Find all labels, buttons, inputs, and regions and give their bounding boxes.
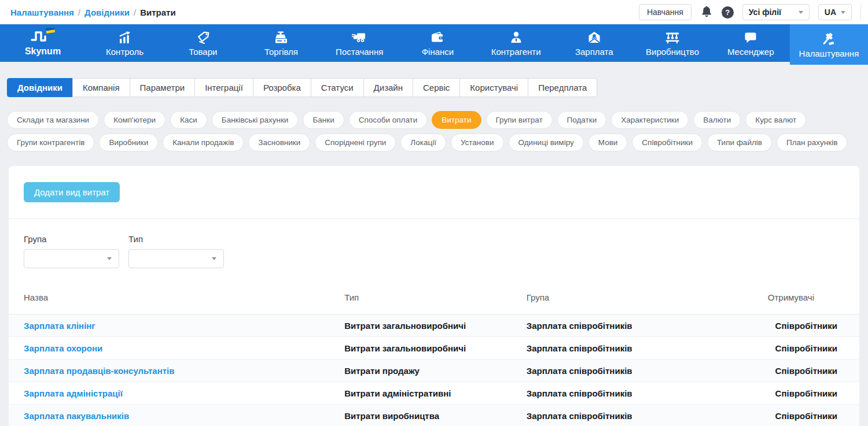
expense-link[interactable]: Зарплата охорони <box>24 343 102 353</box>
pill-taxes[interactable]: Податки <box>557 111 607 129</box>
pill-institutions[interactable]: Установи <box>451 134 504 151</box>
tab-subscription[interactable]: Передплата <box>528 78 597 97</box>
main-navbar: Skynum Контроль Товари Торгівля Постачан… <box>0 24 868 62</box>
pill-file-types[interactable]: Типи файлів <box>707 134 772 151</box>
directory-pills-row-2: Групи контрагентів Виробники Канали прод… <box>7 134 861 151</box>
tab-statuses[interactable]: Статуси <box>311 78 364 97</box>
expense-group-cell: Зарплата співробітників <box>512 405 707 426</box>
pill-expenses[interactable]: Витрати <box>432 111 481 129</box>
person-icon <box>509 29 523 45</box>
expense-type-cell: Витрати адміністративні <box>329 382 512 405</box>
tab-service[interactable]: Сервіс <box>413 78 460 97</box>
tab-parameters[interactable]: Параметри <box>130 78 196 97</box>
nav-item-settings[interactable]: Налаштування <box>790 24 868 65</box>
nav-item-control[interactable]: Контроль <box>86 24 164 62</box>
add-expense-type-button[interactable]: Додати вид витрат <box>24 182 120 202</box>
table-row: Зарплата охорони Витрати загальновиробни… <box>9 337 859 360</box>
expense-link[interactable]: Зарплата продавців-консультантів <box>24 366 175 376</box>
tab-users[interactable]: Користувачі <box>459 78 528 97</box>
column-header-recipients: Отримувачі <box>707 286 859 314</box>
expense-link[interactable]: Зарплата пакувальників <box>24 411 129 421</box>
column-header-type: Тип <box>329 286 512 314</box>
pill-related-groups[interactable]: Споріднені групи <box>315 134 396 151</box>
topbar-divider <box>860 4 861 20</box>
table-row: Зарплата адміністрації Витрати адміністр… <box>9 382 859 405</box>
ukraine-flag-icon <box>46 28 55 34</box>
expense-type-cell: Витрати продажу <box>329 360 512 382</box>
pill-languages[interactable]: Мови <box>589 134 628 151</box>
nav-item-goods[interactable]: Товари <box>164 24 242 62</box>
tab-directories[interactable]: Довідники <box>7 78 73 97</box>
expense-type-cell: Витрати виробництва <box>329 405 512 426</box>
expense-link[interactable]: Зарплата адміністрації <box>24 388 123 398</box>
brand-name: Skynum <box>25 46 61 57</box>
expense-recipients-cell: Співробітники <box>707 405 859 426</box>
bell-icon[interactable] <box>700 6 713 18</box>
nav-item-messenger[interactable]: Месенджер <box>712 24 790 62</box>
breadcrumb: Налаштування / Довідники / Витрати <box>10 8 176 17</box>
pill-characteristics[interactable]: Характеристики <box>611 111 689 129</box>
expense-recipients-cell: Співробітники <box>707 337 859 360</box>
pill-contractor-groups[interactable]: Групи контрагентів <box>7 134 94 151</box>
pill-banks[interactable]: Банки <box>303 111 344 129</box>
pill-cash-registers[interactable]: Каси <box>170 111 207 129</box>
table-row: Зарплата пакувальників Витрати виробницт… <box>9 405 859 426</box>
expense-recipients-cell: Співробітники <box>707 382 859 405</box>
pill-currencies[interactable]: Валюти <box>693 111 741 129</box>
tab-development[interactable]: Розробка <box>253 78 311 97</box>
filters: Група Тип <box>9 219 859 268</box>
pill-employees[interactable]: Співробітники <box>632 134 703 151</box>
brand-logo[interactable]: Skynum <box>0 24 86 62</box>
tab-integrations[interactable]: Інтеграції <box>194 78 253 97</box>
settings-tabs: Довідники Компанія Параметри Інтеграції … <box>7 78 868 97</box>
pill-warehouses[interactable]: Склади та магазини <box>7 111 99 129</box>
nav-item-salary[interactable]: Зарплата <box>555 24 633 62</box>
nav-item-contractors[interactable]: Контрагенти <box>477 24 555 62</box>
expense-recipients-cell: Співробітники <box>707 314 859 337</box>
production-line-icon <box>665 29 680 45</box>
expense-link[interactable]: Зарплата клінінг <box>24 321 95 331</box>
breadcrumb-link-settings[interactable]: Налаштування <box>10 8 74 17</box>
training-button[interactable]: Навчання <box>639 4 692 20</box>
chevron-down-icon <box>841 11 845 14</box>
nav-item-production[interactable]: Виробництво <box>633 24 711 62</box>
salary-envelope-icon <box>587 29 601 45</box>
help-icon[interactable]: ? <box>722 6 734 18</box>
nav-item-supply[interactable]: Постачання <box>321 24 399 62</box>
nav-item-finance[interactable]: Фінанси <box>399 24 477 62</box>
pill-locations[interactable]: Локації <box>400 134 446 151</box>
pill-computers[interactable]: Комп'ютери <box>104 111 165 129</box>
group-filter-select[interactable] <box>24 249 119 268</box>
expenses-table: Назва Тип Група Отримувачі Зарплата клін… <box>9 286 859 426</box>
language-select[interactable]: UA <box>818 4 852 20</box>
chevron-down-icon <box>799 11 803 14</box>
table-row: Зарплата продавців-консультантів Витрати… <box>9 360 859 382</box>
type-filter-select[interactable] <box>128 249 224 268</box>
price-tag-icon <box>196 29 210 45</box>
pill-exchange-rates[interactable]: Курс валют <box>745 111 806 129</box>
type-filter-label: Тип <box>128 234 224 244</box>
tab-design[interactable]: Дизайн <box>363 78 413 97</box>
pill-units-of-measure[interactable]: Одиниці виміру <box>509 134 584 151</box>
pill-sales-channels[interactable]: Канали продажів <box>163 134 244 151</box>
expense-recipients-cell: Співробітники <box>707 360 859 382</box>
tab-company[interactable]: Компанія <box>72 78 130 97</box>
delivery-truck-icon <box>352 29 367 45</box>
pill-manufacturers[interactable]: Виробники <box>99 134 158 151</box>
nav-item-trade[interactable]: Торгівля <box>242 24 320 62</box>
expense-type-cell: Витрати загальновиробничі <box>329 314 512 337</box>
pill-founders[interactable]: Засновники <box>248 134 310 151</box>
breadcrumb-link-directories[interactable]: Довідники <box>84 8 130 17</box>
expenses-card: Додати вид витрат Група Тип Назва Тип Гр… <box>9 166 859 426</box>
breadcrumb-current: Витрати <box>140 8 175 17</box>
pill-chart-of-accounts[interactable]: План рахунків <box>777 134 847 151</box>
branch-select-value: Усі філії <box>749 8 781 17</box>
branch-select[interactable]: Усі філії <box>742 4 810 20</box>
pill-payment-methods[interactable]: Способи оплати <box>349 111 428 129</box>
directory-pills-row-1: Склади та магазини Комп'ютери Каси Банкі… <box>7 111 861 129</box>
table-header-row: Назва Тип Група Отримувачі <box>9 286 859 314</box>
pill-bank-accounts[interactable]: Банківські рахунки <box>212 111 299 129</box>
group-filter-label: Група <box>24 234 119 244</box>
cash-register-icon <box>274 29 288 45</box>
pill-expense-groups[interactable]: Групи витрат <box>486 111 553 129</box>
